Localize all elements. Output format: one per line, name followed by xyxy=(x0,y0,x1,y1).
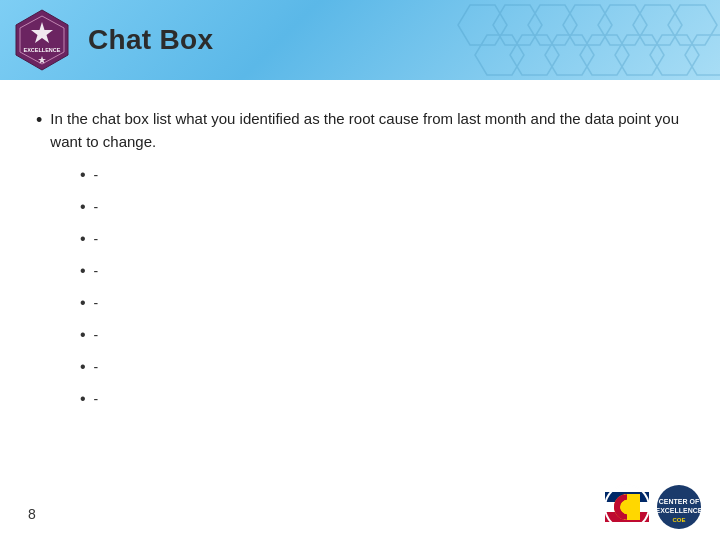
colorado-logo xyxy=(604,484,650,530)
sub-bullet-dot: • xyxy=(80,291,86,315)
svg-marker-2 xyxy=(528,5,577,45)
svg-marker-6 xyxy=(668,5,717,45)
svg-text:CENTER OF: CENTER OF xyxy=(659,498,700,505)
svg-text:EXCELLENCE: EXCELLENCE xyxy=(656,507,702,514)
sub-bullet-item: • - xyxy=(80,323,684,347)
sub-bullet-dot: • xyxy=(80,259,86,283)
excellence-badge: EXCELLENCE xyxy=(10,8,74,72)
svg-marker-0 xyxy=(458,5,507,45)
sub-bullet-dot: • xyxy=(80,163,86,187)
sub-bullet-item: • - xyxy=(80,259,684,283)
svg-marker-11 xyxy=(615,35,664,75)
svg-marker-7 xyxy=(475,35,524,75)
sub-bullets-list: • - • - • - • - • - • - • - • - xyxy=(80,163,684,411)
svg-marker-12 xyxy=(650,35,699,75)
sub-bullet-dash: - xyxy=(94,197,99,218)
header: EXCELLENCE Chat Box xyxy=(0,0,720,80)
sub-bullet-dot: • xyxy=(80,227,86,251)
svg-marker-3 xyxy=(563,5,612,45)
sub-bullet-dot: • xyxy=(80,323,86,347)
sub-bullet-dot: • xyxy=(80,195,86,219)
sub-bullet-dash: - xyxy=(94,229,99,250)
sub-bullet-item: • - xyxy=(80,227,684,251)
bottom-logos: CENTER OF EXCELLENCE COE xyxy=(604,484,702,530)
svg-text:COE: COE xyxy=(672,517,685,523)
svg-text:EXCELLENCE: EXCELLENCE xyxy=(24,47,61,53)
sub-bullet-item: • - xyxy=(80,163,684,187)
sub-bullet-dash: - xyxy=(94,293,99,314)
sub-bullet-dash: - xyxy=(94,261,99,282)
svg-marker-4 xyxy=(598,5,647,45)
coe-logo: CENTER OF EXCELLENCE COE xyxy=(656,484,702,530)
primary-bullet-item: • In the chat box list what you identifi… xyxy=(36,108,684,153)
svg-point-26 xyxy=(623,503,631,511)
sub-bullet-dash: - xyxy=(94,357,99,378)
svg-marker-9 xyxy=(545,35,594,75)
page-title: Chat Box xyxy=(88,24,213,56)
sub-bullet-dot: • xyxy=(80,387,86,411)
svg-marker-10 xyxy=(580,35,629,75)
main-content: • In the chat box list what you identifi… xyxy=(0,80,720,439)
svg-marker-5 xyxy=(633,5,682,45)
sub-bullet-dash: - xyxy=(94,325,99,346)
primary-bullet-dot: • xyxy=(36,108,42,133)
svg-marker-1 xyxy=(493,5,542,45)
page-number: 8 xyxy=(28,506,36,522)
sub-bullet-item: • - xyxy=(80,195,684,219)
sub-bullet-item: • - xyxy=(80,355,684,379)
hex-pattern-decoration xyxy=(440,0,720,80)
sub-bullet-dash: - xyxy=(94,165,99,186)
sub-bullet-dash: - xyxy=(94,389,99,410)
sub-bullet-dot: • xyxy=(80,355,86,379)
sub-bullet-item: • - xyxy=(80,291,684,315)
primary-bullet-text: In the chat box list what you identified… xyxy=(50,108,684,153)
sub-bullet-item: • - xyxy=(80,387,684,411)
svg-marker-8 xyxy=(510,35,559,75)
